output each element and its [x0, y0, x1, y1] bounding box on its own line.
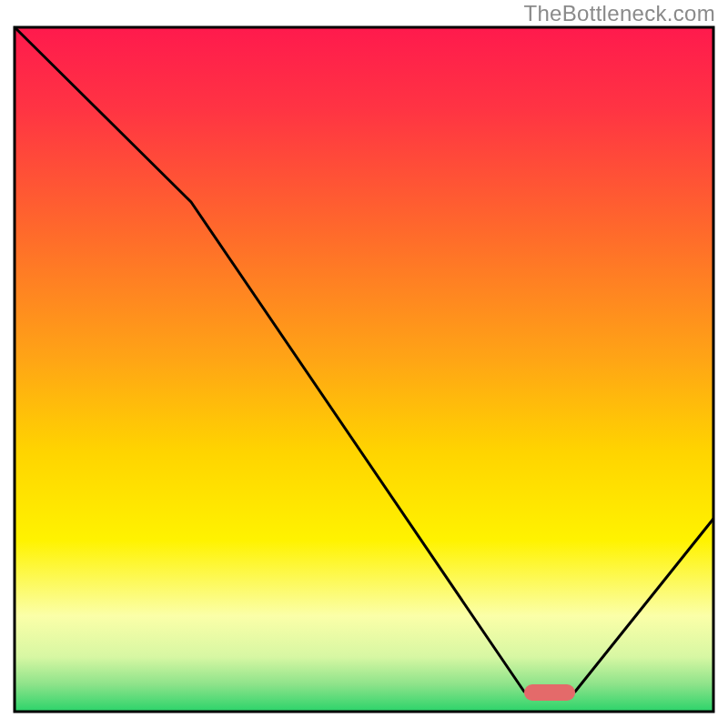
watermark-text: TheBottleneck.com [523, 1, 715, 26]
optimal-range-marker [524, 684, 575, 701]
bottleneck-chart [0, 0, 728, 728]
chart-container: { "watermark": "TheBottleneck.com", "col… [0, 0, 728, 728]
